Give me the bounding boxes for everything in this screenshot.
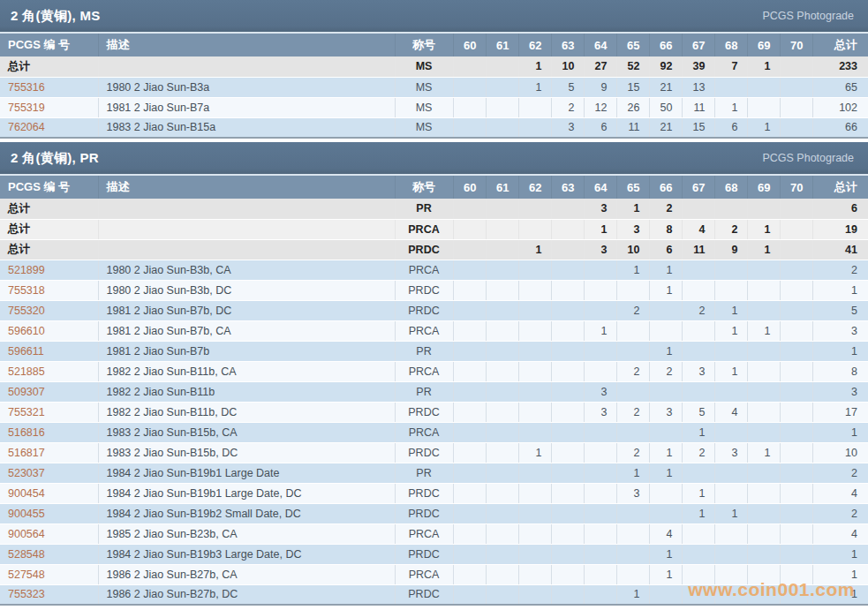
pcgs-number-link[interactable]: 755321 <box>8 406 45 418</box>
grade-cell <box>682 341 714 361</box>
grade-cell <box>780 97 812 117</box>
grade-cell <box>682 280 714 300</box>
grade-cell <box>584 564 616 584</box>
col-header-grade-67: 67 <box>682 34 714 56</box>
grade-cell <box>714 422 747 442</box>
grade-cell <box>780 117 812 138</box>
grade-cell <box>780 584 812 605</box>
grade-cell <box>584 544 616 564</box>
pcgs-number-link[interactable]: 509307 <box>8 386 45 398</box>
grade-cell <box>486 219 518 239</box>
grade-cell <box>518 483 551 503</box>
col-header-total: 总计 <box>812 34 868 56</box>
grade-cell <box>747 300 780 320</box>
grade-cell: 2 <box>616 300 649 320</box>
grade-cell: 6 <box>714 117 747 138</box>
grade-cell <box>551 341 584 361</box>
grade-cell <box>682 260 714 280</box>
pcgs-number-link[interactable]: 762064 <box>8 121 45 133</box>
total-cell: 6 <box>812 199 868 219</box>
report-section: 2 角(黄铜), MS PCGS Photograde PCGS 编 号描述称号… <box>0 0 868 139</box>
photograde-link[interactable]: PCGS Photograde <box>762 152 854 164</box>
pcgs-number-link[interactable]: 900454 <box>8 487 45 500</box>
grade-cell: 1 <box>747 320 780 341</box>
pcgs-number-link[interactable]: 900455 <box>8 508 45 520</box>
pcgs-number-link[interactable]: 521899 <box>8 264 45 276</box>
grade-cell <box>518 503 551 523</box>
grade-cell: 21 <box>649 117 682 138</box>
pcgs-number-link[interactable]: 755323 <box>8 588 45 600</box>
grade-cell: 1 <box>518 239 551 260</box>
total-cell: 19 <box>812 219 868 239</box>
col-header-grade-62: 62 <box>518 34 551 56</box>
pcgs-number-link[interactable]: 528548 <box>8 548 45 561</box>
grade-cell <box>747 260 780 280</box>
grade-cell <box>486 320 518 341</box>
photograde-link[interactable]: PCGS Photograde <box>762 10 854 22</box>
pcgs-number-link[interactable]: 755316 <box>8 81 45 94</box>
grade-cell: 10 <box>551 56 584 77</box>
pcgs-number-link[interactable]: 516816 <box>8 426 45 439</box>
col-header-grade-61: 61 <box>486 34 518 56</box>
totals-row: 总计PRCA13842119 <box>0 219 868 239</box>
description-cell: 1984 2 Jiao Sun-B19b1 Large Date, DC <box>98 483 395 503</box>
grade-cell <box>682 199 714 219</box>
grade-cell <box>616 341 649 361</box>
grade-cell <box>714 483 747 503</box>
designation-cell: PRCA <box>395 219 453 239</box>
grade-cell <box>486 56 518 77</box>
grade-cell <box>747 199 780 219</box>
grade-cell: 3 <box>682 361 714 381</box>
grade-cell <box>486 402 518 422</box>
designation-cell: MS <box>395 56 453 77</box>
grade-cell <box>747 503 780 523</box>
pcgs-number-link[interactable]: 755320 <box>8 305 45 317</box>
grade-cell: 8 <box>649 219 682 239</box>
grade-cell <box>780 300 812 320</box>
col-header-designation: 称号 <box>395 176 453 199</box>
pcgs-number-link[interactable]: 596610 <box>8 325 45 337</box>
grade-cell <box>518 117 551 138</box>
table-row: 7553201981 2 Jiao Sun-B7b, DCPRDC2215 <box>0 300 868 320</box>
grade-cell: 1 <box>649 260 682 280</box>
grade-cell: 1 <box>714 503 747 523</box>
grade-cell <box>780 280 812 300</box>
table-row: 5966111981 2 Jiao Sun-B7bPR11 <box>0 341 868 361</box>
pcgs-number-link[interactable]: 516817 <box>8 447 45 459</box>
pcgs-number-link[interactable]: 755318 <box>8 284 45 297</box>
pcgs-number-link[interactable]: 527548 <box>8 569 45 581</box>
col-header-description: 描述 <box>98 176 395 199</box>
grade-cell <box>453 503 486 523</box>
pcgs-number-cell: 900564 <box>0 523 98 544</box>
grade-cell: 3 <box>551 117 584 138</box>
grade-cell <box>518 584 551 605</box>
grade-cell <box>682 584 714 605</box>
grade-cell: 2 <box>616 442 649 463</box>
pcgs-number-link[interactable]: 755319 <box>8 102 45 114</box>
grade-cell <box>682 564 714 584</box>
pcgs-number-cell: 900454 <box>0 483 98 503</box>
pcgs-number-link[interactable]: 596611 <box>8 345 44 358</box>
pcgs-number-link[interactable]: 521885 <box>8 365 45 378</box>
description-cell: 1985 2 Jiao Sun-B23b, CA <box>98 523 395 544</box>
grade-cell <box>747 280 780 300</box>
pcgs-number-cell: 523037 <box>0 463 98 483</box>
description-cell: 1981 2 Jiao Sun-B7b <box>98 341 395 361</box>
grade-cell <box>453 219 486 239</box>
grade-cell <box>551 320 584 341</box>
grade-cell <box>714 199 747 219</box>
grade-cell <box>682 463 714 483</box>
pcgs-number-link[interactable]: 523037 <box>8 467 45 479</box>
pcgs-number-link[interactable]: 900564 <box>8 528 45 540</box>
grade-cell <box>453 280 486 300</box>
col-header-grade-64: 64 <box>584 34 616 56</box>
population-table: PCGS 编 号描述称号6061626364656667686970总计 总计M… <box>0 34 868 139</box>
grade-cell: 1 <box>682 422 714 442</box>
table-row: 5285481984 2 Jiao Sun-B19b3 Large Date, … <box>0 544 868 564</box>
col-header-grade-65: 65 <box>616 34 649 56</box>
grade-cell <box>518 463 551 483</box>
grade-cell <box>747 584 780 605</box>
pcgs-number-cell: 596611 <box>0 341 98 361</box>
grade-cell <box>518 219 551 239</box>
grade-cell <box>551 199 584 219</box>
